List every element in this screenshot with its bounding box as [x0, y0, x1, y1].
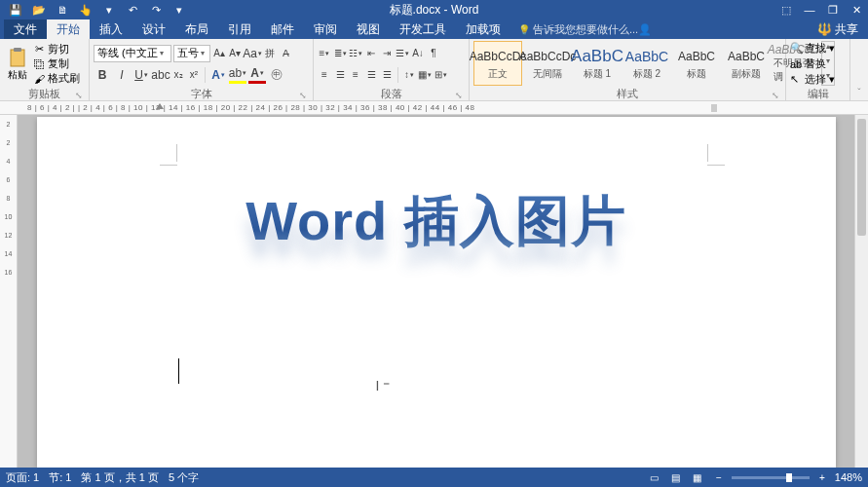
highlight-button[interactable]: ab▾ — [229, 66, 246, 84]
clipboard-launcher-icon[interactable]: ⤡ — [75, 91, 83, 100]
numbering-button[interactable]: ≣▾ — [333, 45, 347, 62]
style-heading2[interactable]: AaBbC标题 2 — [623, 41, 671, 86]
find-button[interactable]: 🔍查找 ▾ — [790, 41, 835, 56]
text-effects-button[interactable]: A▾ — [209, 66, 227, 84]
tab-layout[interactable]: 布局 — [175, 19, 218, 39]
print-layout-button[interactable]: ▤ — [667, 470, 685, 484]
styles-launcher-icon[interactable]: ⤡ — [772, 91, 779, 100]
clear-formatting-button[interactable]: A̶ — [279, 45, 292, 62]
page[interactable]: Word 插入图片 I ⁼ — [37, 117, 836, 468]
undo-icon[interactable]: ↶ — [125, 2, 140, 18]
increase-indent-button[interactable]: ⇥ — [380, 45, 394, 62]
asian-layout-button[interactable]: ☰▾ — [396, 45, 409, 62]
subscript-button[interactable]: x₂ — [171, 66, 185, 84]
strikethrough-button[interactable]: abc — [152, 66, 170, 84]
tab-references[interactable]: 引用 — [218, 19, 261, 39]
document-scroll-area[interactable]: Word 插入图片 I ⁼ — [18, 115, 854, 468]
clipboard-label: 剪贴板 — [28, 88, 60, 99]
align-left-button[interactable]: ≡ — [318, 66, 331, 84]
tab-insert[interactable]: 插入 — [90, 19, 132, 39]
sign-in-icon[interactable]: 👤 — [638, 23, 652, 36]
read-mode-button[interactable]: ▭ — [646, 470, 663, 484]
status-page[interactable]: 页面: 1 — [6, 470, 39, 485]
group-clipboard: 粘贴 ✂剪切 ⿻复制 🖌格式刷 剪贴板⤡ — [0, 39, 90, 100]
distributed-button[interactable]: ☰ — [380, 66, 394, 84]
superscript-button[interactable]: x² — [187, 66, 201, 84]
bullets-button[interactable]: ≡▾ — [318, 45, 331, 62]
tab-review[interactable]: 审阅 — [304, 19, 347, 39]
zoom-level[interactable]: 148% — [835, 471, 862, 483]
tab-developer[interactable]: 开发工具 — [390, 19, 456, 39]
wordart-title[interactable]: Word 插入图片 — [37, 185, 836, 259]
open-icon[interactable]: 📂 — [31, 2, 47, 18]
font-name-select[interactable]: 等线 (中文正▾ — [94, 45, 171, 62]
sort-button[interactable]: A↓ — [411, 45, 425, 62]
redo-icon[interactable]: ↷ — [148, 2, 164, 18]
tab-addins[interactable]: 加载项 — [456, 19, 510, 39]
web-layout-button[interactable]: ▦ — [689, 470, 706, 484]
qat-more-icon[interactable]: ▾ — [171, 2, 187, 18]
status-section[interactable]: 节: 1 — [49, 470, 71, 485]
tell-me-input[interactable]: 告诉我您想要做什么... — [518, 22, 638, 37]
line-spacing-button[interactable]: ↕▾ — [402, 66, 416, 84]
status-page-of[interactable]: 第 1 页，共 1 页 — [81, 470, 158, 485]
bold-button[interactable]: B — [94, 66, 111, 84]
align-center-button[interactable]: ☰ — [333, 66, 347, 84]
phonetic-guide-button[interactable]: 拼 — [263, 45, 277, 62]
select-button[interactable]: ↖选择 ▾ — [790, 72, 835, 87]
close-button[interactable]: ✕ — [845, 0, 868, 19]
zoom-in-button[interactable]: + — [813, 470, 831, 484]
font-color-button[interactable]: A▾ — [248, 66, 266, 84]
zoom-slider[interactable] — [732, 476, 810, 479]
format-painter-button[interactable]: 🖌格式刷 — [33, 71, 80, 86]
tab-view[interactable]: 视图 — [347, 19, 390, 39]
scrollbar-thumb[interactable] — [857, 119, 866, 236]
style-nospacing[interactable]: AaBbCcDc无间隔 — [523, 41, 572, 86]
collapse-ribbon-button[interactable]: ˇ — [850, 39, 868, 100]
cut-button[interactable]: ✂剪切 — [33, 42, 80, 56]
style-normal[interactable]: AaBbCcDc正文 — [473, 41, 522, 86]
minimize-button[interactable]: — — [798, 0, 821, 19]
tab-mailings[interactable]: 邮件 — [261, 19, 304, 39]
underline-button[interactable]: U▾ — [132, 66, 150, 84]
vertical-ruler[interactable]: 2 2 4 6 8 10 12 14 16 — [0, 115, 18, 468]
status-word-count[interactable]: 5 个字 — [169, 470, 199, 485]
indent-marker-icon[interactable] — [156, 103, 164, 109]
enclose-char-button[interactable]: ㊥ — [268, 66, 285, 84]
ribbon-display-icon[interactable]: ⬚ — [774, 0, 798, 19]
tab-design[interactable]: 设计 — [132, 19, 175, 39]
shading-button[interactable]: ▦▾ — [418, 66, 432, 84]
save-icon[interactable]: 💾 — [8, 2, 23, 18]
font-size-select[interactable]: 五号▾ — [173, 45, 210, 62]
paste-button[interactable]: 粘贴 — [4, 47, 31, 82]
style-heading1[interactable]: AaBbC标题 1 — [573, 41, 622, 86]
change-case-button[interactable]: Aa▾ — [244, 45, 261, 62]
tab-home[interactable]: 开始 — [47, 19, 90, 39]
horizontal-ruler[interactable]: 8 | 6 | 4 | 2 | | 2 | 4 | 6 | 8 | 10 | 1… — [0, 101, 868, 115]
font-launcher-icon[interactable]: ⤡ — [299, 91, 307, 100]
share-button[interactable]: 🔱 共享 — [817, 21, 858, 38]
justify-button[interactable]: ☰ — [364, 66, 378, 84]
style-subtitle[interactable]: AaBbC副标题 — [722, 41, 771, 86]
grow-font-button[interactable]: A▴ — [212, 45, 226, 62]
borders-button[interactable]: ⊞▾ — [434, 66, 447, 84]
show-marks-button[interactable]: ¶ — [427, 45, 440, 62]
style-title[interactable]: AaBbC标题 — [672, 41, 721, 86]
zoom-out-button[interactable]: − — [710, 470, 728, 484]
italic-button[interactable]: I — [113, 66, 131, 84]
align-right-button[interactable]: ≡ — [349, 66, 362, 84]
print-icon[interactable]: ▾ — [101, 2, 117, 18]
multilevel-button[interactable]: ☷▾ — [349, 45, 362, 62]
decrease-indent-button[interactable]: ⇤ — [364, 45, 378, 62]
paragraph-label: 段落 — [381, 88, 402, 99]
replace-button[interactable]: ab替换 — [790, 56, 835, 71]
right-margin-marker[interactable] — [711, 104, 717, 112]
maximize-button[interactable]: ❐ — [821, 0, 845, 19]
tab-file[interactable]: 文件 — [4, 19, 47, 39]
copy-button[interactable]: ⿻复制 — [33, 56, 80, 71]
paragraph-launcher-icon[interactable]: ⤡ — [455, 91, 463, 100]
touch-mode-icon[interactable]: 👆 — [78, 2, 94, 18]
vertical-scrollbar[interactable] — [854, 115, 868, 468]
new-icon[interactable]: 🗎 — [55, 2, 70, 18]
shrink-font-button[interactable]: A▾ — [228, 45, 242, 62]
